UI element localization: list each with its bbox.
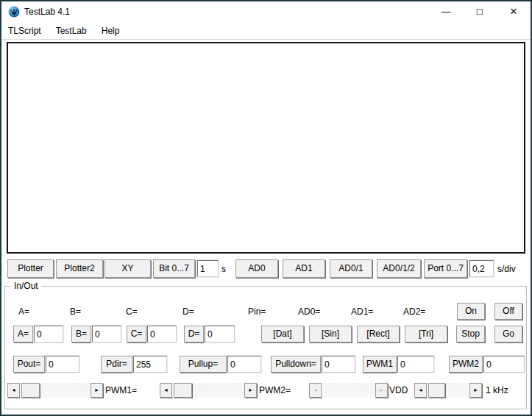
d-button[interactable]: D=	[184, 326, 204, 343]
pulldown-input[interactable]	[322, 356, 355, 373]
interval-unit-label: s	[221, 264, 226, 274]
label-pin: Pin=	[248, 306, 266, 317]
pout-input[interactable]	[46, 356, 79, 373]
pwm1-input[interactable]	[397, 356, 434, 373]
testlab-window: TestLab 4.1 — ☐ ✕ TLScript TestLab Help …	[0, 0, 532, 416]
tri-button[interactable]: [Tri]	[405, 326, 447, 343]
label-c: C=	[126, 306, 138, 317]
freq-slider[interactable]: ◄ ►	[414, 383, 482, 398]
sdiv-input[interactable]	[469, 260, 494, 277]
pwm2-slider-label: PWM2=	[259, 385, 291, 395]
a-input[interactable]	[34, 326, 63, 343]
scroll-left-icon[interactable]: ◄	[160, 383, 172, 398]
pullup-button[interactable]: Pullup=	[180, 356, 227, 373]
stop-button[interactable]: Stop	[456, 326, 485, 343]
menu-testlab[interactable]: TestLab	[49, 22, 94, 40]
label-d: D=	[182, 306, 194, 317]
window-title: TestLab 4.1	[24, 1, 70, 22]
c-input[interactable]	[147, 326, 177, 343]
menu-help[interactable]: Help	[94, 22, 127, 40]
ad01-button[interactable]: AD0/1	[330, 259, 372, 278]
scroll-right-icon: ►	[375, 383, 388, 398]
maximize-icon[interactable]: ☐	[463, 1, 497, 22]
label-b: B=	[70, 306, 81, 317]
pwm2-button[interactable]: PWM2	[449, 356, 483, 373]
label-ad1: AD1=	[351, 306, 373, 317]
pwm1-slider-track[interactable]	[20, 383, 91, 398]
pwm1-button[interactable]: PWM1	[363, 356, 397, 373]
sdiv-unit-label: s/div	[497, 264, 516, 274]
interval-input[interactable]	[197, 260, 219, 277]
a-button[interactable]: A=	[13, 326, 33, 343]
minimize-icon[interactable]: —	[429, 1, 463, 22]
pullup-input[interactable]	[227, 356, 261, 373]
b-button[interactable]: B=	[71, 326, 91, 343]
pwm2-slider[interactable]: ◄ ►	[160, 383, 257, 398]
plot-area	[7, 42, 525, 254]
inout-legend: In/Out	[11, 281, 41, 291]
pwm2-slider-track[interactable]	[172, 383, 244, 398]
ad1-button[interactable]: AD1	[283, 259, 325, 278]
rect-button[interactable]: [Rect]	[357, 326, 400, 343]
close-icon[interactable]: ✕	[497, 1, 531, 22]
d-input[interactable]	[205, 326, 235, 343]
on-button[interactable]: On	[457, 303, 485, 320]
b-input[interactable]	[92, 326, 121, 343]
pulldown-button[interactable]: Pulldown=	[271, 356, 321, 373]
title-bar: TestLab 4.1 — ☐ ✕	[1, 1, 531, 22]
pwm1-slider-label: PWM1=	[105, 385, 137, 395]
pwm1-slider-thumb[interactable]	[21, 383, 40, 398]
scroll-left-icon: ◄	[309, 383, 322, 398]
freq-slider-label: 1 kHz	[486, 385, 508, 395]
off-button[interactable]: Off	[494, 303, 522, 320]
scroll-right-icon[interactable]: ►	[469, 383, 482, 398]
bit07-button[interactable]: Bit 0...7	[153, 259, 195, 278]
label-ad2: AD2=	[403, 306, 425, 317]
pwm2-input[interactable]	[483, 356, 525, 373]
port07-button[interactable]: Port 0...7	[424, 259, 467, 278]
vdd-slider-track	[322, 383, 375, 398]
ad012-button[interactable]: AD0/1/2	[377, 259, 421, 278]
scroll-left-icon[interactable]: ◄	[7, 383, 20, 398]
menu-tlscript[interactable]: TLScript	[1, 22, 49, 40]
app-paw-icon	[8, 6, 20, 18]
plotter-button[interactable]: Plotter	[7, 259, 54, 278]
label-a: A=	[18, 306, 29, 317]
vdd-slider: ◄ ►	[309, 383, 388, 398]
pdir-button[interactable]: Pdir=	[101, 356, 132, 373]
c-button[interactable]: C=	[127, 326, 146, 343]
scroll-right-icon[interactable]: ►	[91, 383, 103, 398]
freq-slider-thumb[interactable]	[428, 383, 445, 398]
dat-button[interactable]: [Dat]	[261, 326, 304, 343]
pwm1-slider[interactable]: ◄ ►	[7, 383, 103, 398]
plotter2-button[interactable]: Plotter2	[56, 259, 103, 278]
pdir-input[interactable]	[133, 356, 167, 373]
xy-button[interactable]: XY	[104, 259, 151, 278]
menu-bar: TLScript TestLab Help	[1, 22, 531, 40]
pout-button[interactable]: Pout=	[13, 356, 45, 373]
scroll-right-icon[interactable]: ►	[244, 383, 257, 398]
pwm2-slider-thumb[interactable]	[174, 383, 192, 398]
label-ad0: AD0=	[298, 306, 320, 317]
go-button[interactable]: Go	[494, 326, 522, 343]
scroll-left-icon[interactable]: ◄	[414, 383, 427, 398]
freq-slider-track[interactable]	[427, 383, 469, 398]
vdd-slider-label: VDD	[389, 385, 408, 395]
sin-button[interactable]: [Sin]	[309, 326, 352, 343]
inout-groupbox: In/Out A= B= C= D= Pin= AD0= AD1= AD2= O…	[4, 286, 527, 409]
ad0-button[interactable]: AD0	[235, 259, 278, 278]
